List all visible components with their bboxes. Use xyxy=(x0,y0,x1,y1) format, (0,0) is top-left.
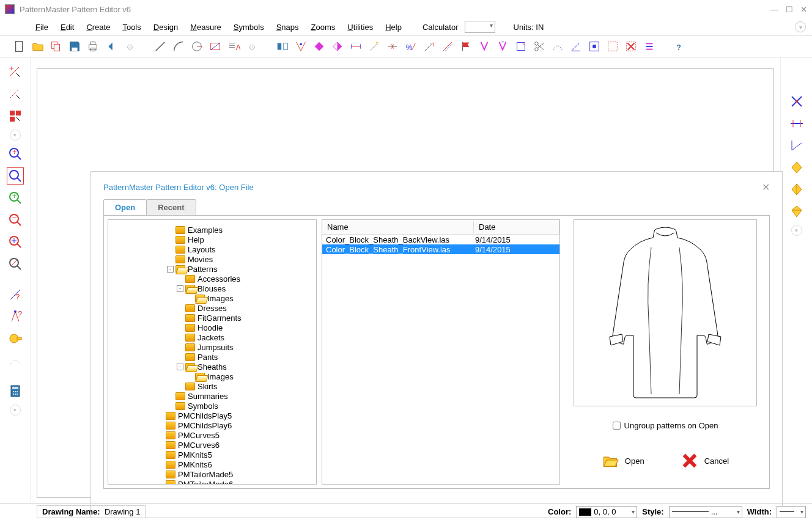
tree-item[interactable]: PMTailorMade6 xyxy=(113,479,311,485)
slash-icon[interactable] xyxy=(440,39,455,54)
wand-icon[interactable] xyxy=(367,39,382,54)
dart-tool-icon[interactable] xyxy=(293,39,308,54)
cut-line-icon[interactable] xyxy=(385,39,400,54)
tree-item[interactable]: PMChildsPlay5 xyxy=(113,411,311,420)
zoom-plus-tool[interactable]: + xyxy=(7,189,24,207)
dialog-close-icon[interactable]: ✕ xyxy=(762,181,770,193)
file-header-date[interactable]: Date xyxy=(474,221,559,233)
tree-item[interactable]: Help xyxy=(113,235,311,244)
tree-item[interactable]: Accessories xyxy=(113,274,311,284)
right-overflow[interactable]: ▾ xyxy=(791,225,802,236)
menu-snaps[interactable]: Snaps xyxy=(270,21,305,34)
tree-item[interactable]: Symbols xyxy=(113,401,311,411)
zoom-reset-tool[interactable] xyxy=(7,255,24,273)
snap-angle-tool[interactable] xyxy=(788,137,805,154)
tree-item[interactable]: PMCurves6 xyxy=(113,440,311,450)
left-overflow-1[interactable]: ▾ xyxy=(10,130,21,141)
file-row[interactable]: Color_Block_Sheath_BackView.las9/14/2015 xyxy=(322,235,559,244)
mirror-tool-icon[interactable] xyxy=(275,39,290,54)
file-row[interactable]: Color_Block_Sheath_FrontView.las9/14/201… xyxy=(322,244,559,254)
text-list-icon[interactable]: A xyxy=(226,39,241,54)
minimize-button[interactable]: — xyxy=(770,5,778,14)
line-tool-icon[interactable] xyxy=(153,39,168,54)
menu-edit[interactable]: Edit xyxy=(54,21,80,34)
kite-tool-2[interactable] xyxy=(788,181,805,198)
tree-item[interactable]: Dresses xyxy=(113,303,311,313)
flag-icon[interactable] xyxy=(459,39,473,54)
tree-item[interactable]: PMChildsPlay6 xyxy=(113,420,311,430)
calculator-select[interactable] xyxy=(465,21,495,33)
menu-help[interactable]: Help xyxy=(379,21,408,34)
select-rect-icon[interactable] xyxy=(605,39,620,54)
menu-create[interactable]: Create xyxy=(80,21,116,34)
circle-tool-icon[interactable] xyxy=(190,39,204,54)
calculator-tool[interactable] xyxy=(7,383,24,400)
tree-item[interactable]: Skirts xyxy=(113,381,311,391)
menu-symbols[interactable]: Symbols xyxy=(227,21,270,34)
left-overflow-2[interactable]: ▾ xyxy=(10,405,21,416)
list-icon[interactable] xyxy=(642,39,657,54)
split-diamond-icon[interactable] xyxy=(330,39,345,54)
edit-point-tool[interactable] xyxy=(7,86,24,103)
menu-measure[interactable]: Measure xyxy=(184,21,227,34)
rect-tool-icon[interactable] xyxy=(208,39,223,54)
open-file-icon[interactable] xyxy=(31,39,45,54)
folder-tree[interactable]: ExamplesHelpLayoutsMovies-PatternsAccess… xyxy=(108,219,317,485)
file-header-name[interactable]: Name xyxy=(322,221,474,233)
menu-file[interactable]: File xyxy=(29,21,54,34)
tape-measure-tool[interactable] xyxy=(7,330,24,347)
add-point-tool[interactable]: + xyxy=(7,64,24,81)
tree-item[interactable]: Jumpsuits xyxy=(113,342,311,352)
maximize-button[interactable]: ☐ xyxy=(786,5,793,14)
tree-item[interactable]: Images xyxy=(113,293,311,303)
tree-item[interactable]: Images xyxy=(113,372,311,381)
cancel-button[interactable]: Cancel xyxy=(681,452,729,469)
kite-tool-3[interactable] xyxy=(788,203,805,220)
toolbar-overflow-1[interactable]: ⊙ xyxy=(122,39,137,54)
zoom-tool[interactable] xyxy=(7,167,24,185)
tree-expander[interactable]: - xyxy=(177,364,183,370)
close-button[interactable]: ✕ xyxy=(800,5,807,14)
trace-tool[interactable] xyxy=(7,352,24,369)
tab-recent[interactable]: Recent xyxy=(146,199,196,215)
arc-tool-icon[interactable] xyxy=(171,39,186,54)
open-button[interactable]: Open xyxy=(602,452,644,469)
tree-item[interactable]: Hoodie xyxy=(113,323,311,332)
tree-item[interactable]: Pants xyxy=(113,352,311,362)
extend-icon[interactable] xyxy=(422,39,437,54)
zoom-fit-tool[interactable] xyxy=(7,233,24,251)
crop-icon[interactable] xyxy=(514,39,528,54)
print-icon[interactable] xyxy=(86,39,100,54)
tree-item[interactable]: Examples xyxy=(113,225,311,235)
color-select[interactable]: 0, 0, 0 xyxy=(576,506,637,518)
scissors-icon[interactable] xyxy=(532,39,547,54)
tree-expander[interactable]: - xyxy=(167,266,174,273)
delete-rect-icon[interactable] xyxy=(624,39,638,54)
menu-design[interactable]: Design xyxy=(147,21,184,34)
zoom-in-tool[interactable]: + xyxy=(7,145,24,163)
tree-item[interactable]: Summaries xyxy=(113,391,311,401)
tree-item[interactable]: -Sheaths xyxy=(113,362,311,372)
tree-item[interactable]: FitGarments xyxy=(113,313,311,323)
tree-item[interactable]: Jackets xyxy=(113,332,311,342)
tree-item[interactable]: PMTailorMade5 xyxy=(113,469,311,479)
tab-open[interactable]: Open xyxy=(103,199,147,215)
notch-v-icon[interactable] xyxy=(477,39,492,54)
toolbar-overflow-2[interactable]: ⊙ xyxy=(245,39,259,54)
zoom-minus-tool[interactable]: − xyxy=(7,211,24,229)
tree-item[interactable]: Movies xyxy=(113,254,311,264)
width-select[interactable] xyxy=(777,506,806,518)
snap-horiz-tool[interactable] xyxy=(788,115,805,132)
compass-tool[interactable]: ? xyxy=(7,308,24,325)
tree-expander[interactable]: - xyxy=(177,285,183,292)
back-arrow-icon[interactable] xyxy=(104,39,119,54)
tree-item[interactable]: PMKnits6 xyxy=(113,460,311,469)
menu-tools[interactable]: Tools xyxy=(116,21,147,34)
ungroup-checkbox-row[interactable]: Ungroup patterns on Open xyxy=(613,421,718,430)
ungroup-checkbox[interactable] xyxy=(613,422,621,430)
tree-item[interactable]: -Blouses xyxy=(113,284,311,293)
menu-utilities[interactable]: Utilities xyxy=(341,21,379,34)
menu-overflow-icon[interactable]: ▾ xyxy=(795,21,806,32)
curve-points-icon[interactable] xyxy=(550,39,565,54)
pattern-tool[interactable] xyxy=(7,108,24,125)
